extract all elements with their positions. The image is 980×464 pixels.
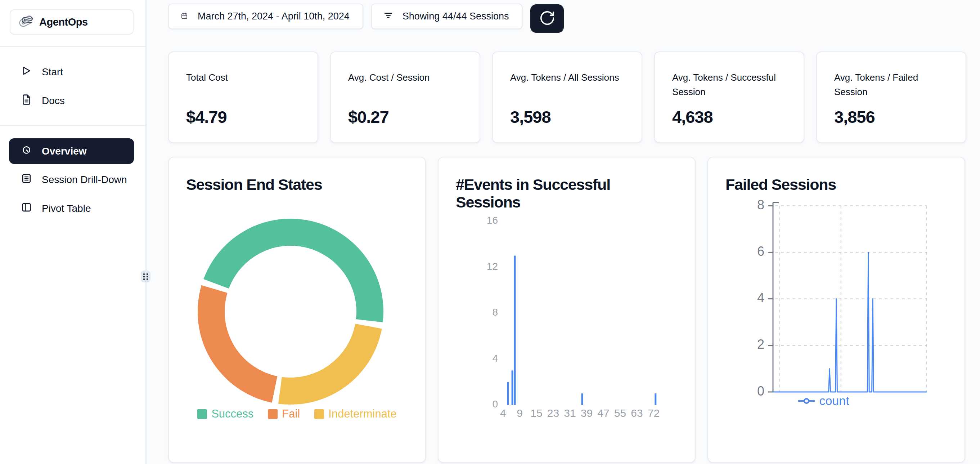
- stat-label: Total Cost: [186, 70, 299, 102]
- stat-value: $4.79: [186, 107, 301, 127]
- svg-text:9: 9: [517, 407, 523, 419]
- calendar-icon: [181, 11, 188, 22]
- svg-text:16: 16: [487, 215, 498, 226]
- legend-swatch: [197, 409, 207, 419]
- app-logo[interactable]: AgentOps: [10, 10, 134, 35]
- svg-text:47: 47: [597, 407, 609, 419]
- legend-item-success[interactable]: Success: [197, 407, 253, 420]
- play-icon: [21, 65, 32, 79]
- sidebar-item-label: Overview: [42, 145, 87, 157]
- legend-label: Fail: [282, 407, 300, 420]
- stat-card-total-cost: Total Cost $4.79: [168, 51, 318, 143]
- paperclip-logo-icon: [19, 14, 33, 30]
- filter-icon: [384, 11, 393, 22]
- app-name: AgentOps: [39, 16, 88, 28]
- chart-title: Failed Sessions: [725, 176, 836, 193]
- sidebar-item-label: Session Drill-Down: [42, 174, 127, 185]
- svg-text:4: 4: [757, 290, 764, 305]
- legend-label: Indeterminate: [328, 407, 397, 420]
- svg-text:8: 8: [492, 306, 498, 318]
- sidebar-item-session-drill-down[interactable]: Session Drill-Down: [0, 168, 145, 191]
- stat-label: Avg. Tokens / Failed Session: [834, 70, 947, 102]
- legend-swatch: [268, 409, 278, 419]
- chart-cards-row: Session End States SuccessFailIndetermin…: [168, 157, 966, 463]
- svg-text:8: 8: [757, 198, 764, 212]
- panel-left-icon: [21, 202, 32, 215]
- session-end-states-card: Session End States SuccessFailIndetermin…: [168, 157, 426, 463]
- topbar: March 27th, 2024 - April 10th, 2024 Show…: [168, 3, 966, 33]
- stat-card-avg-tokens-all: Avg. Tokens / All Sessions 3,598: [492, 51, 642, 143]
- sidebar-item-pivot-table[interactable]: Pivot Table: [0, 197, 145, 220]
- failed-sessions-line-chart: 02468: [708, 158, 964, 462]
- stat-label: Avg. Cost / Session: [348, 70, 460, 102]
- svg-text:12: 12: [487, 261, 498, 272]
- session-notes-icon: [21, 173, 32, 187]
- sidebar-resize-handle[interactable]: [141, 271, 151, 282]
- main-content: March 27th, 2024 - April 10th, 2024 Show…: [146, 0, 980, 464]
- svg-text:39: 39: [581, 407, 593, 419]
- sidebar-item-start[interactable]: Start: [0, 61, 145, 84]
- failed-sessions-card: Failed Sessions 02468 count: [708, 157, 965, 463]
- stat-value: 3,598: [510, 107, 625, 127]
- svg-text:15: 15: [530, 407, 542, 419]
- events-histogram-card: #Events in Successful Sessions 048121649…: [438, 157, 695, 463]
- stat-value: $0.27: [348, 107, 463, 127]
- stat-value: 4,638: [672, 107, 787, 127]
- chart-title: #Events in Successful Sessions: [456, 176, 672, 211]
- legend-label: count: [819, 394, 849, 408]
- sidebar-divider: [0, 125, 145, 126]
- session-filter-label: Showing 44/44 Sessions: [402, 11, 509, 22]
- svg-text:63: 63: [631, 407, 643, 419]
- count-series-legend-item[interactable]: count: [708, 394, 952, 408]
- stat-label: Avg. Tokens / All Sessions: [510, 70, 622, 102]
- date-range-label: March 27th, 2024 - April 10th, 2024: [198, 11, 350, 22]
- svg-text:2: 2: [757, 337, 764, 352]
- refresh-icon: [539, 10, 555, 27]
- svg-text:55: 55: [614, 407, 626, 419]
- date-range-button[interactable]: March 27th, 2024 - April 10th, 2024: [168, 3, 363, 29]
- svg-text:6: 6: [757, 244, 764, 259]
- sidebar-item-label: Docs: [42, 95, 65, 107]
- sidebar-item-label: Start: [42, 66, 63, 78]
- svg-text:31: 31: [564, 407, 576, 419]
- session-filter-button[interactable]: Showing 44/44 Sessions: [371, 3, 523, 29]
- legend-swatch: [314, 409, 324, 419]
- sidebar-item-label: Pivot Table: [42, 203, 91, 214]
- svg-text:72: 72: [648, 407, 660, 419]
- sidebar-divider: [0, 46, 145, 47]
- legend-item-indeterminate[interactable]: Indeterminate: [314, 407, 397, 420]
- chart-title: Session End States: [186, 176, 322, 193]
- svg-text:4: 4: [492, 353, 498, 364]
- donut-legend: SuccessFailIndeterminate: [169, 407, 425, 420]
- stat-card-avg-tokens-failed: Avg. Tokens / Failed Session 3,856: [816, 51, 966, 143]
- svg-text:4: 4: [500, 407, 506, 419]
- stat-cards-row: Total Cost $4.79 Avg. Cost / Session $0.…: [168, 51, 966, 143]
- sidebar-item-docs[interactable]: Docs: [0, 89, 145, 112]
- stat-value: 3,856: [834, 107, 949, 127]
- sidebar: AgentOps Start Docs: [0, 0, 146, 464]
- svg-text:0: 0: [492, 399, 498, 410]
- svg-text:23: 23: [547, 407, 559, 419]
- legend-item-fail[interactable]: Fail: [268, 407, 300, 420]
- stat-label: Avg. Tokens / Successful Session: [672, 70, 784, 102]
- line-marker-icon: [798, 397, 815, 405]
- stat-card-avg-cost-session: Avg. Cost / Session $0.27: [330, 51, 480, 143]
- stat-card-avg-tokens-successful: Avg. Tokens / Successful Session 4,638: [654, 51, 804, 143]
- gauge-icon: [21, 145, 32, 158]
- sidebar-nav: Start Docs Overview: [0, 61, 145, 220]
- legend-label: Success: [212, 407, 253, 420]
- refresh-button[interactable]: [530, 4, 564, 33]
- sidebar-item-overview[interactable]: Overview: [9, 138, 134, 164]
- document-icon: [21, 94, 32, 108]
